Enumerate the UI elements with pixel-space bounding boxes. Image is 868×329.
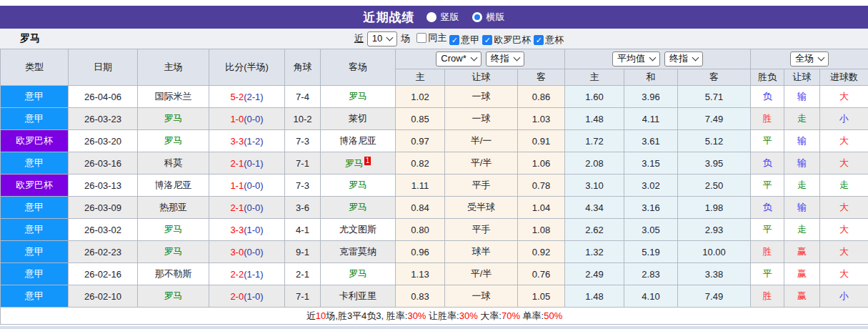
handicap-line: 平/半 [445, 152, 518, 175]
filter-checkbox[interactable]: 同主 [416, 31, 447, 44]
avg-odds-draw: 3.61 [624, 130, 678, 152]
match-date: 26-04-06 [69, 86, 138, 108]
filter-checkbox[interactable]: ✓欧罗巴杯 [482, 34, 531, 46]
result-outcome: 平 [751, 263, 784, 285]
result-outcome: 负 [751, 86, 784, 108]
checkbox-label: 意杯 [545, 34, 564, 46]
team-name: 罗马 [345, 158, 364, 169]
col-header-corner: 角球 [285, 49, 321, 86]
handicap-line: 受半球 [445, 197, 518, 219]
avg-select[interactable]: 平均值 [612, 51, 660, 67]
handicap-odds-away: 1.03 [518, 108, 565, 130]
match-row: 意甲26-03-16科莫2-1(0-1)7-1罗马10.82平/半1.062.0… [1, 152, 868, 175]
fulltime-score: 2-2 [230, 269, 244, 280]
handicap-odds-home: 0.97 [396, 130, 445, 152]
checkbox-icon[interactable]: ✓ [482, 35, 492, 45]
home-team: 国际米兰 [138, 86, 209, 108]
result-handicap: 输 [784, 130, 820, 152]
league-badge: 意甲 [1, 197, 69, 219]
home-team: 那不勒斯 [138, 263, 209, 285]
scope-select[interactable]: 全场 [790, 51, 829, 67]
col-header-date: 日期 [69, 49, 138, 86]
team-name: 罗马 [164, 135, 183, 146]
handicap-line: 平/半 [445, 263, 518, 285]
checkbox-icon[interactable]: ✓ [534, 35, 544, 45]
filter-checkbox[interactable]: ✓意甲 [449, 34, 479, 46]
sub-header-goals: 进球数 [820, 69, 868, 86]
layout-radio[interactable]: 横版 [472, 11, 505, 24]
handicap-odds-home: 0.96 [396, 241, 445, 263]
handicap-odds-home: 1.13 [396, 263, 445, 285]
match-row: 意甲26-03-02罗马3-3(1-0)4-1尤文图斯0.80平手1.082.6… [1, 219, 868, 241]
away-team: 莱切 [321, 108, 396, 130]
match-date: 26-03-09 [69, 197, 138, 219]
odds-company-select[interactable]: Crow* [436, 51, 481, 67]
result-outcome: 负 [751, 152, 784, 175]
avg-odds-home: 1.32 [565, 241, 624, 263]
checkbox-label: 欧罗巴杯 [494, 34, 531, 46]
radio-icon[interactable] [472, 12, 482, 22]
league-badge: 欧罗巴杯 [1, 175, 69, 197]
team-name: 博洛尼亚 [155, 180, 192, 190]
avg-odds-home: 4.34 [565, 197, 624, 219]
fulltime-score: 1-0 [230, 114, 244, 124]
page-title: 近期战绩 [364, 9, 415, 26]
halftime-score: (0-0) [244, 202, 263, 213]
match-count-select[interactable]: 10 [367, 31, 397, 46]
league-badge: 意甲 [1, 219, 69, 241]
avg-odds-away: 7.49 [678, 108, 751, 130]
handicap-odds-away: 0.92 [518, 241, 565, 263]
match-date: 26-03-23 [69, 108, 138, 130]
summary-segment: 单率: [520, 310, 544, 321]
corner-count: 7-1 [285, 152, 321, 175]
odds-stage-select[interactable]: 终指 [486, 51, 524, 67]
fulltime-score: 2-0 [230, 291, 244, 302]
recent-link[interactable]: 近 [354, 32, 364, 45]
league-badge: 意甲 [1, 108, 69, 130]
avg-odds-home: 1.48 [565, 108, 624, 130]
filter-checkbox[interactable]: ✓意杯 [534, 34, 564, 46]
sub-header-handicap-home: 主 [396, 69, 445, 86]
chevron-down-icon [386, 34, 394, 41]
checkbox-icon[interactable] [416, 33, 426, 43]
handicap-odds-home: 0.82 [396, 152, 445, 175]
avg-odds-draw: 5.19 [624, 241, 678, 263]
radio-icon[interactable] [426, 12, 437, 22]
halftime-score: (0-0) [244, 180, 263, 191]
avg-odds-draw: 4.10 [624, 285, 678, 308]
handicap-odds-away: 1.05 [518, 285, 565, 308]
sub-header-avg-home: 主 [565, 69, 624, 86]
corner-count: 2-1 [285, 263, 321, 285]
home-team: 罗马 [138, 219, 209, 241]
team-name: 科莫 [164, 157, 183, 168]
avg-odds-away: 3.95 [678, 152, 751, 175]
away-team: 尤文图斯 [321, 219, 396, 241]
avg-stage-select[interactable]: 终指 [664, 51, 703, 67]
col-header-home: 主场 [138, 49, 209, 86]
handicap-odds-away: 1.06 [518, 152, 565, 175]
halftime-score: (1-0) [244, 291, 263, 302]
sub-header-avg-draw: 和 [624, 69, 678, 86]
away-team: 克雷莫纳 [321, 241, 396, 263]
result-handicap: 赢 [784, 263, 820, 285]
result-handicap: 输 [784, 86, 820, 108]
summary-segment: 10 [316, 310, 326, 321]
match-count-value: 10 [372, 33, 382, 44]
avg-odds-home: 1.72 [565, 130, 624, 152]
checkbox-icon[interactable]: ✓ [449, 35, 459, 45]
footer-strip [0, 326, 868, 329]
layout-radio[interactable]: 竖版 [426, 11, 459, 24]
handicap-odds-home: 1.11 [396, 175, 445, 197]
handicap-odds-home: 0.80 [396, 219, 445, 241]
avg-stage-value: 终指 [669, 53, 688, 64]
corner-count: 7-4 [285, 86, 321, 108]
rank-badge: 1 [364, 157, 371, 165]
result-goals: 大 [820, 86, 868, 108]
league-badge: 意甲 [1, 86, 69, 108]
avg-odds-draw: 3.02 [624, 175, 678, 197]
away-team: 罗马 [321, 175, 396, 197]
avg-odds-home: 1.48 [565, 285, 624, 308]
filter-checkboxes: 同主✓意甲✓欧罗巴杯✓意杯 [414, 31, 564, 46]
handicap-line: 平手 [445, 219, 518, 241]
team-name: 克雷莫纳 [339, 246, 376, 257]
